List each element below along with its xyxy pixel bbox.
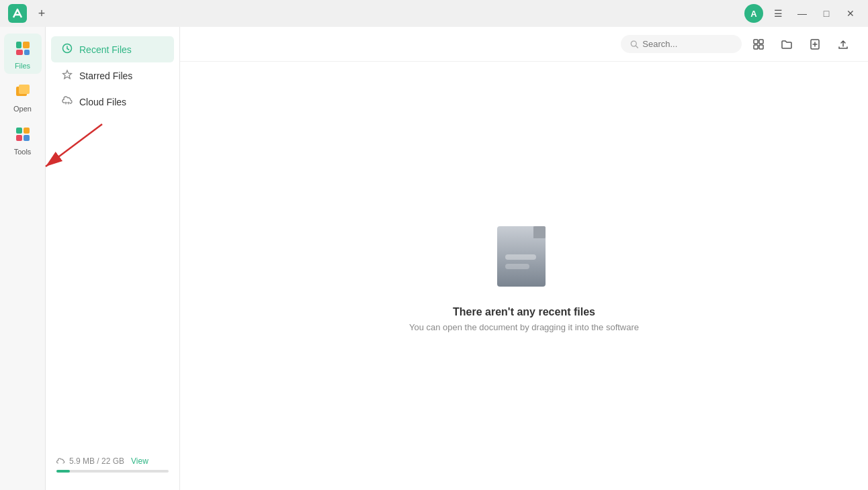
nav-item-recent[interactable]: Recent Files [51,36,174,62]
content-area: There aren't any recent files You can op… [180,27,868,490]
folder-button[interactable] [775,33,798,56]
files-icon [12,38,34,59]
new-tab-button[interactable]: + [34,5,50,21]
storage-text: 5.9 MB / 22 GB [69,456,124,466]
svg-rect-1 [16,42,21,48]
app-logo [8,4,27,23]
tools-label: Tools [14,148,32,156]
grid-icon [752,38,765,50]
titlebar: + A ☰ — □ ✕ [0,0,868,27]
titlebar-right: A ☰ — □ ✕ [744,4,860,23]
avatar: A [744,4,763,23]
folder-icon [781,38,793,50]
svg-rect-20 [533,226,546,238]
grid-view-button[interactable] [747,33,770,56]
svg-rect-6 [19,85,30,94]
storage-bar-fill [56,470,70,473]
upload-icon [837,38,849,50]
storage-bar-track [56,470,169,473]
minimize-button[interactable]: — [793,4,812,23]
svg-rect-8 [24,128,30,134]
empty-document-icon [490,219,558,297]
svg-rect-9 [16,135,22,141]
search-input[interactable] [642,39,732,49]
nav-item-starred[interactable]: Starred Files [51,62,174,89]
nav-item-cloud[interactable]: Cloud Files [51,89,174,115]
svg-rect-17 [759,45,763,49]
recent-files-label: Recent Files [79,44,132,55]
empty-state-title: There aren't any recent files [409,306,639,318]
starred-files-label: Starred Files [79,70,132,81]
sidebar-footer: 5.9 MB / 22 GB View [46,448,179,481]
sidebar-item-open[interactable]: Open [4,77,42,117]
maximize-button[interactable]: □ [817,4,836,23]
svg-rect-10 [24,135,30,141]
empty-state-subtitle: You can open the document by dragging it… [409,322,639,332]
search-icon [630,40,638,49]
svg-rect-21 [505,254,536,260]
svg-marker-12 [63,70,72,79]
main-layout: Files Open Tools [0,27,868,490]
sidebar-item-tools[interactable]: Tools [4,119,42,160]
svg-rect-4 [24,50,30,55]
svg-rect-16 [754,45,758,49]
view-link[interactable]: View [131,456,148,466]
open-icon [12,81,34,102]
svg-rect-3 [16,50,23,55]
svg-rect-7 [16,128,22,134]
tools-icon [12,124,34,145]
storage-cloud-icon [56,457,65,466]
menu-button[interactable]: ☰ [769,4,787,23]
svg-rect-22 [505,264,529,269]
secondary-sidebar: Recent Files Starred Files Cloud Files [46,27,180,490]
search-box[interactable] [621,35,742,53]
toolbar [180,27,868,62]
upload-button[interactable] [832,33,855,56]
cloud-icon [62,95,73,108]
clock-icon [62,43,73,56]
sidebar-item-files[interactable]: Files [4,34,42,74]
new-file-button[interactable] [804,33,826,56]
titlebar-left: + [8,4,50,23]
cloud-files-label: Cloud Files [79,97,126,107]
svg-rect-15 [759,40,763,44]
svg-rect-0 [8,4,27,23]
svg-rect-14 [754,40,758,44]
open-label: Open [13,105,32,113]
star-icon [62,69,73,82]
empty-state: There aren't any recent files You can op… [180,62,868,490]
svg-rect-2 [23,42,30,48]
icon-sidebar: Files Open Tools [0,27,46,490]
new-file-icon [809,38,821,50]
close-button[interactable]: ✕ [841,4,860,23]
files-label: Files [15,62,30,70]
